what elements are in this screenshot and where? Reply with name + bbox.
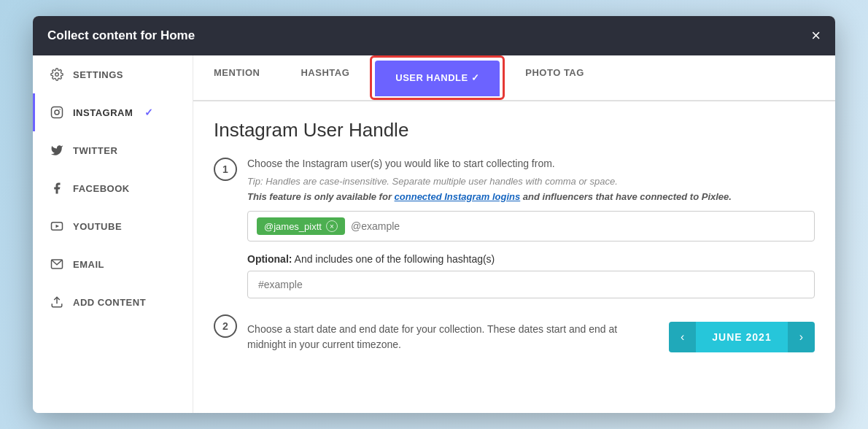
step-1-note-suffix: and influencers that have connected to P… xyxy=(520,191,732,202)
svg-point-2 xyxy=(55,110,59,115)
optional-section: Optional: And includes one of the follow… xyxy=(247,253,815,298)
tab-photo-tag[interactable]: PHOTO TAG xyxy=(505,55,605,101)
upload-icon xyxy=(50,295,64,309)
sidebar-instagram-label: INSTAGRAM xyxy=(73,107,133,118)
optional-label: Optional: And includes one of the follow… xyxy=(247,253,815,265)
sidebar-email-label: EMAIL xyxy=(73,259,104,270)
svg-marker-5 xyxy=(56,225,60,228)
close-button[interactable]: × xyxy=(811,28,821,44)
tab-user-handle-wrapper: USER HANDLE ✓ xyxy=(370,55,505,100)
step-1-content: Choose the Instagram user(s) you would l… xyxy=(247,156,815,298)
sidebar-item-email[interactable]: EMAIL xyxy=(33,245,193,283)
svg-rect-1 xyxy=(52,107,63,118)
step-1: 1 Choose the Instagram user(s) you would… xyxy=(214,156,815,298)
sidebar-item-youtube[interactable]: YOUTUBE xyxy=(33,207,193,245)
content-area: MENTION HASHTAG USER HANDLE ✓ PHOTO TAG … xyxy=(193,55,835,413)
gear-icon xyxy=(50,67,64,82)
tab-user-handle[interactable]: USER HANDLE ✓ xyxy=(375,61,500,96)
sidebar-facebook-label: FACEBOOK xyxy=(73,183,130,194)
step-2-content: Choose a start date and end date for you… xyxy=(247,313,815,352)
instagram-icon xyxy=(50,105,64,120)
sidebar-item-settings[interactable]: SETTINGS xyxy=(33,55,193,93)
sidebar-twitter-label: TWITTER xyxy=(73,145,117,156)
step-1-note: This feature is only available for conne… xyxy=(247,191,815,202)
svg-point-3 xyxy=(59,109,61,110)
step-1-description: Choose the Instagram user(s) you would l… xyxy=(247,156,815,171)
step-2: 2 Choose a start date and end date for y… xyxy=(214,313,815,352)
twitter-icon xyxy=(50,143,64,158)
optional-rest: And includes one of the following hashta… xyxy=(292,253,495,265)
sidebar-add-content-label: ADD CONTENT xyxy=(73,297,146,308)
sidebar-youtube-label: YOUTUBE xyxy=(73,221,122,232)
date-next-button[interactable]: › xyxy=(788,322,815,352)
tabs-bar: MENTION HASHTAG USER HANDLE ✓ PHOTO TAG xyxy=(193,55,835,101)
step-1-number: 1 xyxy=(214,158,237,181)
facebook-icon xyxy=(50,181,64,196)
modal-body: SETTINGS INSTAGRAM ✓ xyxy=(33,55,835,413)
modal-title: Collect content for Home xyxy=(47,28,195,43)
tab-mention[interactable]: MENTION xyxy=(193,55,280,101)
step-2-row: Choose a start date and end date for you… xyxy=(247,322,815,352)
step-2-number: 2 xyxy=(214,314,237,338)
sidebar-item-add-content[interactable]: ADD CONTENT xyxy=(33,283,193,321)
section-title: Instagram User Handle xyxy=(214,119,815,142)
email-icon xyxy=(50,257,64,271)
instagram-check: ✓ xyxy=(144,107,154,118)
hashtag-input[interactable] xyxy=(247,271,815,298)
youtube-icon xyxy=(50,219,64,233)
sidebar-item-instagram[interactable]: INSTAGRAM ✓ xyxy=(33,93,193,131)
step-2-description: Choose a start date and end date for you… xyxy=(247,322,654,352)
sidebar-item-twitter[interactable]: TWITTER xyxy=(33,131,193,169)
svg-point-0 xyxy=(55,73,59,77)
date-nav: ‹ JUNE 2021 › xyxy=(669,322,815,352)
optional-bold: Optional: xyxy=(247,253,292,265)
date-label: JUNE 2021 xyxy=(696,331,787,343)
tag-input-container[interactable]: @james_pixtt × xyxy=(247,211,815,241)
tab-hashtag[interactable]: HASHTAG xyxy=(280,55,370,101)
date-prev-button[interactable]: ‹ xyxy=(669,322,696,352)
connected-logins-link[interactable]: connected Instagram logins xyxy=(395,191,521,202)
handle-input[interactable] xyxy=(351,220,805,232)
sidebar: SETTINGS INSTAGRAM ✓ xyxy=(33,55,193,413)
modal-header: Collect content for Home × xyxy=(33,16,835,55)
sidebar-settings-label: SETTINGS xyxy=(73,69,123,80)
sidebar-item-facebook[interactable]: FACEBOOK xyxy=(33,169,193,207)
collect-content-modal: Collect content for Home × SETTINGS xyxy=(33,16,835,413)
tag-close-button[interactable]: × xyxy=(326,220,338,232)
step-1-tip: Tip: Handles are case-insensitive. Separ… xyxy=(247,176,815,187)
tag-value: @james_pixtt xyxy=(264,221,322,232)
handle-tag: @james_pixtt × xyxy=(257,217,345,235)
main-content: Instagram User Handle 1 Choose the Insta… xyxy=(193,101,835,413)
step-1-note-prefix: This feature is only available for xyxy=(247,191,395,202)
